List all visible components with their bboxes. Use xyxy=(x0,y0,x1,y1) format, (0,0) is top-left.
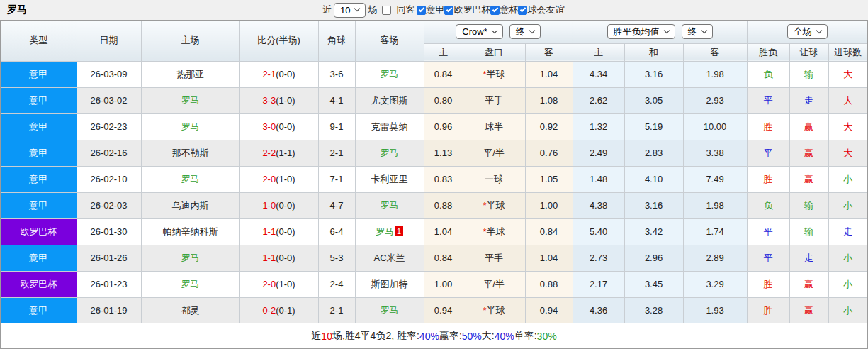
home-team-cell: 罗马 xyxy=(141,113,239,140)
ah-home-odds-cell: 1.00 xyxy=(424,271,463,297)
match-row: 意甲26-02-10罗马2-0(1-0)7-1卡利亚里0.83一球1.051.4… xyxy=(1,166,867,192)
match-row: 意甲26-01-19都灵0-2(0-1)2-1罗马0.94*半球0.944.36… xyxy=(1,297,867,323)
home-team-cell: 热那亚 xyxy=(141,61,239,87)
score-cell: 2-1(0-0) xyxy=(239,61,318,87)
ah-stage-select-value: 终 xyxy=(516,26,525,38)
eu-draw-odds-cell: 3.45 xyxy=(624,271,683,297)
europe-odds-select[interactable]: 胜平负均值 xyxy=(607,24,675,39)
summary-segment: 近 xyxy=(311,330,321,343)
date-cell: 26-03-02 xyxy=(77,87,141,113)
eu-away-odds-cell: 1.74 xyxy=(683,218,747,245)
score-cell: 0-2(0-1) xyxy=(239,297,318,323)
eu-away-odds-cell: 2.93 xyxy=(683,87,747,113)
bookmaker-select-value: Crow* xyxy=(462,26,487,37)
recent-count-select[interactable]: 10 xyxy=(334,3,366,18)
ah-away-odds-cell: 0.84 xyxy=(525,218,573,245)
home-team-cell: 那不勒斯 xyxy=(141,140,239,166)
league-filter-label: 意杯 xyxy=(500,4,518,16)
scope-select[interactable]: 全场 xyxy=(787,24,828,39)
ah-handicap-cell: 平手 xyxy=(463,87,525,113)
date-cell: 26-01-30 xyxy=(77,218,141,245)
eu-away-odds-cell: 1.98 xyxy=(683,61,747,87)
match-row: 意甲26-02-16那不勒斯2-2(1-1)2-1罗马1.13平/半0.762.… xyxy=(1,140,867,166)
sub-header-goals: 进球数 xyxy=(828,43,867,61)
sub-header-handicap-result: 让球 xyxy=(789,43,828,61)
handicap-result-cell: 赢 xyxy=(789,271,828,297)
sub-header-ah-home: 主 xyxy=(424,43,463,61)
summary-segment: 赢率: xyxy=(439,330,462,343)
league-filter-label: 欧罗巴杯 xyxy=(453,4,490,16)
ah-home-odds-cell: 0.96 xyxy=(424,113,463,140)
ah-home-odds-cell: 0.84 xyxy=(424,245,463,271)
league-filter-checkbox[interactable] xyxy=(490,6,500,15)
score-cell: 1-1(0-0) xyxy=(239,218,318,245)
ah-away-odds-cell: 1.04 xyxy=(525,245,573,271)
match-row: 欧罗巴杯26-01-23罗马2-0(1-0)2-4斯图加特1.00平/半0.88… xyxy=(1,271,867,297)
score-cell: 1-0(0-0) xyxy=(239,192,318,218)
same-venue-checkbox[interactable] xyxy=(382,6,391,15)
eu-draw-odds-cell: 3.05 xyxy=(624,87,683,113)
eu-home-odds-cell: 1.32 xyxy=(573,113,624,140)
ah-stage-select[interactable]: 终 xyxy=(509,24,541,39)
chevron-down-icon xyxy=(663,28,669,33)
sub-header-eu-away: 客 xyxy=(683,43,747,61)
match-rows: 意甲26-03-09热那亚2-1(0-0)3-6罗马0.84*半球1.044.3… xyxy=(1,61,867,323)
league-filter-checkbox[interactable] xyxy=(417,6,426,15)
handicap-result-cell: 走 xyxy=(789,245,828,271)
league-cell: 意甲 xyxy=(1,61,77,87)
eu-home-odds-cell: 1.48 xyxy=(573,166,624,192)
corners-cell: 4-7 xyxy=(318,192,355,218)
eu-draw-odds-cell: 3.28 xyxy=(624,297,683,323)
summary-segment: 30% xyxy=(537,331,557,342)
goals-result-cell: 小 xyxy=(828,166,867,192)
corners-cell: 3-6 xyxy=(318,61,355,87)
col-header-score: 比分(半场) xyxy=(239,21,318,61)
eu-home-odds-cell: 2.49 xyxy=(573,140,624,166)
eu-draw-odds-cell: 5.19 xyxy=(624,113,683,140)
eu-draw-odds-cell: 4.10 xyxy=(624,166,683,192)
goals-result-cell: 走 xyxy=(828,218,867,245)
result-cell: 平 xyxy=(747,218,789,245)
match-row: 意甲26-02-03乌迪内斯1-0(0-0)4-7罗马0.88*半球1.004.… xyxy=(1,192,867,218)
league-cell: 欧罗巴杯 xyxy=(1,218,77,245)
ah-handicap-cell: 平/半 xyxy=(463,140,525,166)
league-filter-checkbox[interactable] xyxy=(444,6,453,15)
score-cell: 3-0(0-0) xyxy=(239,113,318,140)
league-filter-checkbox[interactable] xyxy=(518,6,527,15)
league-cell: 意甲 xyxy=(1,87,77,113)
titlebar: 罗马 近 10 场 同客 意甲欧罗巴杯意杯球会友谊 xyxy=(0,0,868,20)
goals-result-cell: 小 xyxy=(828,192,867,218)
league-cell: 意甲 xyxy=(1,192,77,218)
match-row: 意甲26-03-09热那亚2-1(0-0)3-6罗马0.84*半球1.044.3… xyxy=(1,61,867,87)
home-team-cell: 罗马 xyxy=(141,245,239,271)
away-team-cell: 尤文图斯 xyxy=(355,87,424,113)
eu-stage-select-value: 终 xyxy=(688,26,697,38)
date-cell: 26-02-23 xyxy=(77,113,141,140)
ah-handicap-cell: 球半 xyxy=(463,113,525,140)
ah-away-odds-cell: 0.76 xyxy=(525,140,573,166)
eu-home-odds-cell: 4.34 xyxy=(573,61,624,87)
eu-stage-select[interactable]: 终 xyxy=(682,24,713,39)
sub-header-result: 胜负 xyxy=(747,43,789,61)
eu-away-odds-cell: 3.29 xyxy=(683,271,747,297)
summary-segment: 大: xyxy=(482,330,495,343)
away-team-cell: 罗马 xyxy=(355,61,424,87)
ah-home-odds-cell: 0.83 xyxy=(424,166,463,192)
bookmaker-select[interactable]: Crow* xyxy=(456,24,502,39)
page-title: 罗马 xyxy=(7,4,27,16)
goals-result-cell: 大 xyxy=(828,61,867,87)
away-team-cell: 罗马 xyxy=(355,192,424,218)
eu-away-odds-cell: 3.38 xyxy=(683,140,747,166)
col-header-date: 日期 xyxy=(77,21,141,61)
home-team-cell: 罗马 xyxy=(141,166,239,192)
corners-cell: 2-1 xyxy=(318,297,355,323)
result-cell: 胜 xyxy=(747,271,789,297)
col-header-corner: 角球 xyxy=(318,21,355,61)
eu-away-odds-cell: 10.00 xyxy=(683,113,747,140)
eu-away-odds-cell: 2.89 xyxy=(683,245,747,271)
league-filters: 意甲欧罗巴杯意杯球会友谊 xyxy=(417,4,564,16)
europe-odds-select-value: 胜平负均值 xyxy=(614,26,660,38)
matches-label: 场 xyxy=(368,4,377,16)
away-team-cell: 罗马 xyxy=(355,297,424,323)
ah-away-odds-cell: 0.94 xyxy=(525,297,573,323)
